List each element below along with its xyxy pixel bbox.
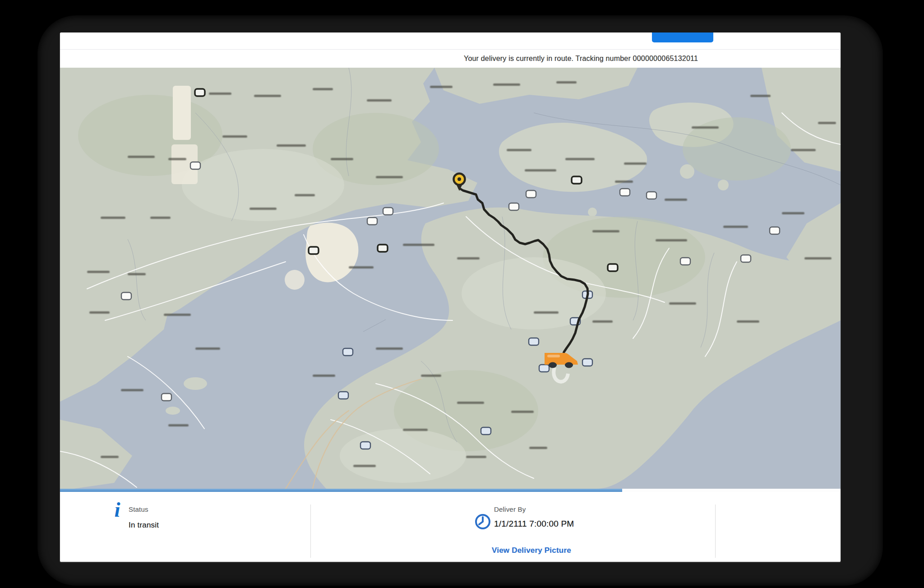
road-shield-icon	[509, 203, 519, 210]
road-shield-icon	[343, 348, 353, 356]
road-shield-icon	[647, 192, 656, 199]
road-shield-icon	[367, 218, 377, 225]
road-shield-icon	[383, 208, 393, 215]
info-icon: i	[111, 499, 124, 520]
map-canvas[interactable]	[60, 68, 841, 489]
header-divider	[60, 49, 841, 50]
view-delivery-picture-link[interactable]: View Delivery Picture	[492, 546, 571, 555]
footer-divider-1	[310, 505, 311, 558]
clock-icon	[474, 513, 492, 531]
road-shield-icon	[195, 89, 205, 96]
device-screen: Your delivery is currently in route. Tra…	[60, 32, 841, 562]
road-shield-icon	[582, 359, 592, 366]
road-shield-icon	[539, 365, 549, 372]
road-shield-icon	[620, 189, 630, 196]
road-shield-icon	[572, 176, 582, 184]
deliver-by-value: 1/1/2111 7:00:00 PM	[494, 519, 574, 529]
road-shield-icon	[121, 292, 131, 300]
road-shield-icon	[529, 338, 539, 345]
delivery-status-message: Your delivery is currently in route. Tra…	[464, 55, 698, 63]
delivery-progress-fill	[60, 489, 622, 492]
delivery-progress-track	[60, 489, 841, 492]
road-shield-icon	[680, 258, 690, 265]
delivery-map[interactable]	[60, 68, 841, 489]
road-shield-icon	[309, 247, 319, 254]
status-value: In transit	[129, 521, 159, 530]
footer-bar	[60, 492, 841, 562]
road-shield-icon	[360, 442, 370, 449]
footer-divider-2	[715, 505, 716, 558]
screenshot-stage: Your delivery is currently in route. Tra…	[0, 0, 924, 588]
road-shield-icon	[770, 227, 780, 234]
road-shield-icon	[526, 190, 536, 198]
road-shield-icon	[741, 255, 751, 262]
road-shield-icon	[162, 394, 171, 401]
header-action-button[interactable]	[652, 32, 713, 42]
road-shield-icon	[481, 427, 491, 435]
road-shield-icon	[378, 245, 388, 252]
top-bar: Your delivery is currently in route. Tra…	[60, 32, 841, 68]
road-shield-icon	[608, 264, 618, 271]
road-shield-icon	[338, 392, 348, 399]
road-shield-icon	[190, 162, 200, 169]
deliver-by-label: Deliver By	[494, 505, 526, 513]
status-label: Status	[129, 505, 148, 513]
